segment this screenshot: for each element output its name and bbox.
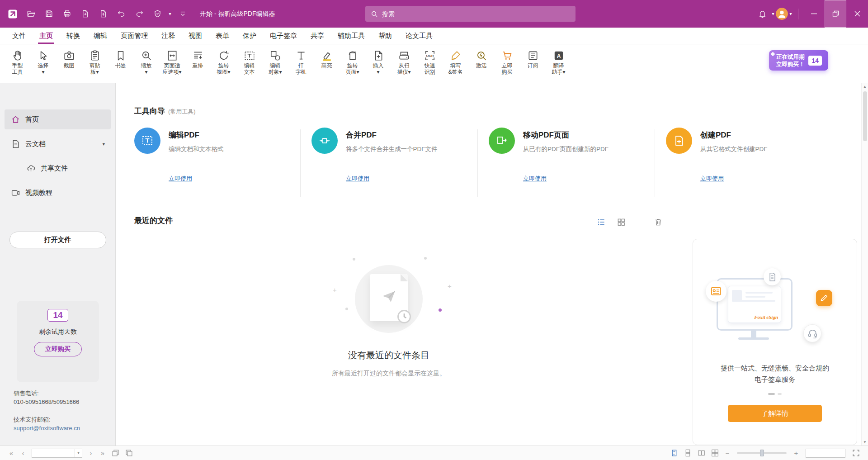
- close-button[interactable]: [846, 0, 868, 28]
- prev-view-icon[interactable]: [110, 448, 121, 459]
- support-email-link[interactable]: support@foxitsoftware.cn: [14, 424, 80, 432]
- menu-item-9[interactable]: 电子签章: [263, 28, 304, 44]
- menu-item-3[interactable]: 编辑: [87, 28, 114, 44]
- sidebar-item-3[interactable]: 视频教程: [5, 183, 111, 203]
- chevron-down-icon[interactable]: ▾: [167, 11, 173, 16]
- learn-more-button[interactable]: 了解详情: [728, 405, 822, 422]
- zoom-out-icon[interactable]: −: [722, 449, 733, 457]
- sidebar-item-1[interactable]: 云文档▾: [5, 134, 111, 154]
- minimize-button[interactable]: [803, 0, 825, 28]
- menu-item-11[interactable]: 辅助工具: [331, 28, 372, 44]
- ribbon-item-edit-text[interactable]: 编辑文本: [236, 47, 262, 75]
- open-file-button[interactable]: 打开文件: [9, 232, 106, 248]
- search-box[interactable]: [365, 6, 576, 22]
- fit-screen-icon[interactable]: [850, 448, 861, 459]
- chevron-down-icon[interactable]: ▾: [770, 11, 776, 16]
- scroll-down-icon[interactable]: ▼: [862, 439, 868, 446]
- ribbon-item-bookmark[interactable]: 书签: [108, 47, 133, 75]
- grid-view-icon[interactable]: [616, 217, 627, 228]
- menu-item-8[interactable]: 保护: [236, 28, 263, 44]
- menu-item-10[interactable]: 共享: [304, 28, 331, 44]
- chevron-down-icon[interactable]: ▾: [788, 11, 793, 16]
- tool-card-merge-pdf[interactable]: 合并PDF将多个文件合并生成一个PDF文件立即使用: [311, 128, 475, 197]
- ribbon-item-clipboard[interactable]: 剪贴板▾: [82, 47, 108, 75]
- prev-page-icon[interactable]: ‹: [17, 449, 29, 457]
- menu-item-1[interactable]: 主页: [33, 28, 60, 44]
- ribbon-item-fill-sign[interactable]: 填写&签名: [443, 47, 468, 75]
- ribbon-item-hand[interactable]: 手型工具: [5, 47, 30, 75]
- chevron-down-icon[interactable]: ▾: [75, 449, 82, 457]
- list-view-icon[interactable]: [596, 217, 607, 228]
- ribbon-item-typewriter[interactable]: 打字机: [288, 47, 314, 75]
- sidebar-item-0[interactable]: 首页: [5, 109, 111, 129]
- ribbon-item-translate[interactable]: A翻译助手▾: [546, 47, 571, 75]
- ribbon-item-snapshot[interactable]: 截图: [56, 47, 82, 75]
- menu-item-6[interactable]: 视图: [182, 28, 209, 44]
- tool-card-move-pdf[interactable]: 移动PDF页面从已有的PDF页面创建新的PDF立即使用: [489, 128, 652, 197]
- ribbon-item-highlight[interactable]: 高亮: [314, 47, 340, 75]
- export-doc-icon[interactable]: [77, 5, 93, 23]
- carousel-dots[interactable]: [693, 393, 857, 395]
- restore-button[interactable]: [825, 0, 846, 28]
- ribbon-item-fit-page[interactable]: 页面适应选项▾: [159, 47, 185, 75]
- ribbon-item-zoom[interactable]: 缩放▾: [133, 47, 159, 75]
- ribbon-item-activate[interactable]: 激活: [468, 47, 494, 75]
- use-now-link[interactable]: 立即使用: [346, 175, 369, 183]
- ribbon-item-edit-object[interactable]: 编辑对象▾: [262, 47, 288, 75]
- buy-now-button[interactable]: 立即购买: [34, 342, 82, 356]
- search-input[interactable]: [382, 10, 570, 18]
- toolbar-options-icon[interactable]: [175, 5, 191, 23]
- use-now-link[interactable]: 立即使用: [523, 175, 547, 183]
- save-icon[interactable]: [41, 5, 57, 23]
- zoom-level-input[interactable]: [806, 450, 845, 458]
- ribbon-item-insert[interactable]: 插入▾: [365, 47, 391, 75]
- single-page-view-icon[interactable]: [669, 448, 679, 459]
- next-page-icon[interactable]: ›: [85, 449, 97, 457]
- trash-icon[interactable]: [653, 217, 664, 228]
- chevron-down-icon[interactable]: ▾: [102, 141, 105, 147]
- zoom-in-icon[interactable]: +: [790, 449, 802, 457]
- next-view-icon[interactable]: [123, 448, 134, 459]
- foxit-logo[interactable]: [5, 5, 21, 23]
- zoom-slider-thumb[interactable]: [760, 450, 764, 456]
- ribbon-item-reflow[interactable]: 重排: [185, 47, 211, 75]
- scroll-up-icon[interactable]: ▲: [862, 83, 868, 90]
- tool-card-create-pdf[interactable]: 创建PDF从其它格式文件创建PDF立即使用: [666, 128, 829, 197]
- menu-item-12[interactable]: 帮助: [372, 28, 399, 44]
- menu-item-0[interactable]: 文件: [5, 28, 33, 44]
- menu-item-4[interactable]: 页面管理: [114, 28, 155, 44]
- menu-item-7[interactable]: 表单: [209, 28, 236, 44]
- ribbon-item-rotate-view[interactable]: 旋转视图▾: [211, 47, 236, 75]
- redo-icon[interactable]: [131, 5, 147, 23]
- facing-view-icon[interactable]: [696, 448, 707, 459]
- last-page-icon[interactable]: »: [97, 449, 108, 457]
- protect-tool-icon[interactable]: [149, 5, 165, 23]
- tool-card-edit-pdf[interactable]: 编辑PDF编辑文档和文本格式立即使用: [134, 128, 297, 197]
- facing-continuous-view-icon[interactable]: [709, 448, 720, 459]
- ribbon-item-ocr[interactable]: OCR快速识别: [417, 47, 443, 75]
- print-icon[interactable]: [59, 5, 75, 23]
- trial-upgrade-badge[interactable]: 正在试用期 立即购买！ 14: [769, 50, 828, 71]
- undo-icon[interactable]: [113, 5, 129, 23]
- first-page-icon[interactable]: «: [5, 449, 17, 457]
- zoom-slider[interactable]: [737, 452, 787, 454]
- ribbon-item-subscribe[interactable]: 订阅: [520, 47, 546, 75]
- menu-item-2[interactable]: 转换: [60, 28, 87, 44]
- page-number-input[interactable]: [32, 449, 75, 457]
- use-now-link[interactable]: 立即使用: [169, 175, 192, 183]
- scrollbar-thumb[interactable]: [863, 91, 867, 141]
- sidebar-item-2[interactable]: 共享文件: [20, 158, 111, 178]
- menu-item-13[interactable]: 论文工具: [399, 28, 439, 44]
- continuous-view-icon[interactable]: [682, 448, 693, 459]
- use-now-link[interactable]: 立即使用: [700, 175, 724, 183]
- vertical-scrollbar[interactable]: ▲ ▼: [861, 83, 868, 446]
- ribbon-item-rotate-page[interactable]: 旋转页面▾: [340, 47, 365, 75]
- open-file-icon[interactable]: [23, 5, 39, 23]
- ribbon-item-cart[interactable]: 立即购买: [494, 47, 520, 75]
- share-doc-icon[interactable]: [95, 5, 111, 23]
- notifications-bell-icon[interactable]: [754, 5, 770, 23]
- ribbon-item-select[interactable]: 选择▾: [30, 47, 56, 75]
- menu-item-5[interactable]: 注释: [155, 28, 182, 44]
- user-avatar[interactable]: [776, 8, 788, 20]
- ribbon-item-scanner[interactable]: 从扫描仪▾: [391, 47, 417, 75]
